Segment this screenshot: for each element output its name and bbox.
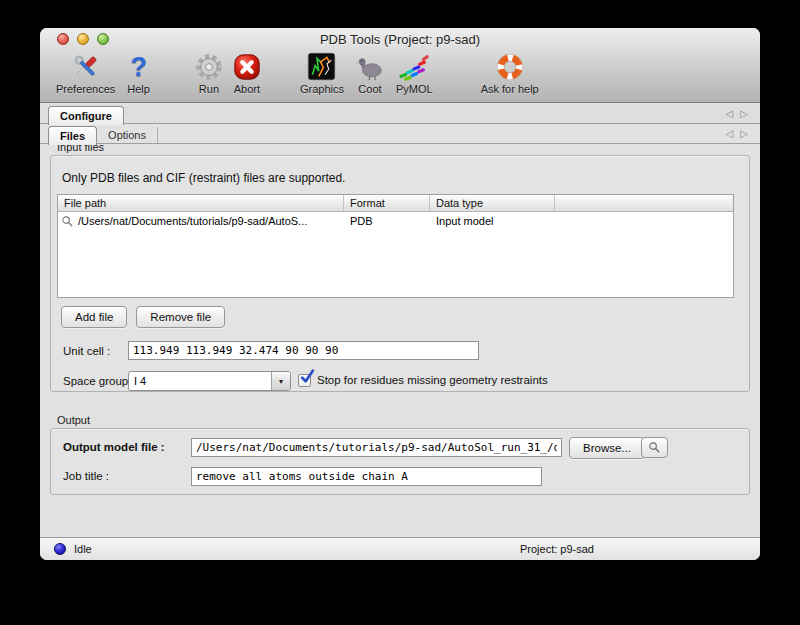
toolbar: Preferences ? Help Run: [40, 50, 760, 102]
toolbar-label: Coot: [358, 83, 381, 95]
window-title: PDB Tools (Project: p9-sad): [40, 32, 760, 47]
unit-cell-label: Unit cell :: [63, 345, 110, 357]
app-window: PDB Tools (Project: p9-sad): [40, 28, 760, 560]
toolbar-label: Abort: [234, 83, 260, 95]
toolbar-label: Graphics: [300, 83, 344, 95]
tab-configure[interactable]: Configure: [48, 106, 124, 125]
toolbar-button-abort[interactable]: Abort: [232, 50, 262, 95]
supported-files-notice: Only PDB files and CIF (restraint) files…: [62, 171, 345, 185]
space-group-label: Space group :: [63, 375, 135, 387]
question-mark-icon: ?: [130, 50, 147, 83]
chevron-down-icon: ▾: [279, 377, 283, 386]
output-model-file-label: Output model file :: [63, 441, 165, 453]
table-row[interactable]: /Users/nat/Documents/tutorials/p9-sad/Au…: [58, 212, 733, 230]
checkbox-checked-icon[interactable]: [298, 374, 311, 387]
space-group-combobox[interactable]: I 4 ▾: [128, 371, 291, 391]
project-name: Project: p9-sad: [520, 543, 594, 555]
tab-scroll-right-icon[interactable]: ▷: [740, 108, 748, 120]
toolbar-button-pymol[interactable]: PyMOL: [396, 50, 433, 95]
status-indicator-icon: [54, 543, 66, 555]
column-header-empty: [555, 195, 733, 211]
tools-icon: [71, 50, 101, 83]
table-header: File path Format Data type: [58, 195, 733, 212]
toolbar-label: PyMOL: [396, 83, 433, 95]
space-group-value: I 4: [129, 372, 271, 390]
window-chrome: PDB Tools (Project: p9-sad): [40, 28, 760, 103]
output-section-label: Output: [57, 414, 90, 426]
toolbar-label: Preferences: [56, 83, 115, 95]
tab-label: Files: [60, 130, 85, 142]
view-file-button[interactable]: [641, 437, 668, 458]
lifebuoy-icon: [495, 50, 525, 83]
tab-files[interactable]: Files: [48, 126, 97, 145]
magnifier-icon: [648, 441, 661, 454]
toolbar-label: Run: [199, 83, 219, 95]
molecule-graphics-icon: [307, 50, 336, 83]
toolbar-button-ask-for-help[interactable]: Ask for help: [481, 50, 539, 95]
status-text: Idle: [74, 543, 92, 555]
unit-cell-input[interactable]: [128, 341, 479, 360]
tab-scroll-left-icon[interactable]: ◁: [726, 128, 734, 140]
tab-scroll-right-icon[interactable]: ▷: [740, 128, 748, 140]
coot-bird-icon: [354, 50, 386, 83]
stop-for-residues-checkbox-row[interactable]: Stop for residues missing geometry restr…: [298, 372, 548, 387]
abort-x-icon: [232, 50, 262, 83]
files-page: Input files Only PDB files and CIF (rest…: [40, 144, 760, 537]
configure-tab-bar: Configure ◁ ▷: [40, 104, 760, 124]
toolbar-button-graphics[interactable]: Graphics: [300, 50, 344, 95]
input-files-table: File path Format Data type /Users/nat/: [57, 194, 734, 298]
checkbox-label: Stop for residues missing geometry restr…: [317, 374, 548, 386]
tab-scroll-left-icon[interactable]: ◁: [726, 108, 734, 120]
remove-file-button[interactable]: Remove file: [136, 306, 225, 328]
toolbar-label: Ask for help: [481, 83, 539, 95]
toolbar-button-preferences[interactable]: Preferences: [56, 50, 115, 95]
pages-tab-bar: Files Options ◁ ▷: [40, 124, 760, 144]
output-model-file-input[interactable]: [191, 438, 562, 457]
gear-icon: [194, 50, 224, 83]
toolbar-button-coot[interactable]: Coot: [354, 50, 386, 95]
toolbar-button-help[interactable]: ? Help: [127, 50, 150, 95]
toolbar-button-run[interactable]: Run: [194, 50, 224, 95]
add-file-button[interactable]: Add file: [61, 306, 127, 328]
cell-data-type: Input model: [430, 215, 555, 227]
job-title-input[interactable]: [191, 467, 542, 486]
status-bar: Idle Project: p9-sad: [40, 537, 760, 560]
column-header-file-path[interactable]: File path: [58, 195, 344, 211]
tab-label: Options: [108, 129, 146, 141]
column-header-data-type[interactable]: Data type: [430, 195, 555, 211]
toolbar-label: Help: [127, 83, 150, 95]
tab-label: Configure: [60, 110, 112, 122]
tab-options[interactable]: Options: [97, 127, 158, 143]
cell-format: PDB: [344, 215, 430, 227]
cell-file-path: /Users/nat/Documents/tutorials/p9-sad/Au…: [78, 215, 307, 227]
pymol-ribbon-icon: [398, 50, 430, 83]
input-files-groupbox: Only PDB files and CIF (restraint) files…: [50, 155, 750, 392]
combo-dropdown-button[interactable]: ▾: [271, 372, 290, 390]
column-header-format[interactable]: Format: [344, 195, 430, 211]
job-title-label: Job title :: [63, 470, 109, 482]
output-groupbox: Output model file : Browse... Job title …: [50, 428, 750, 495]
magnifier-icon: [61, 215, 74, 228]
browse-button[interactable]: Browse...: [569, 437, 645, 459]
titlebar[interactable]: PDB Tools (Project: p9-sad): [40, 28, 760, 50]
